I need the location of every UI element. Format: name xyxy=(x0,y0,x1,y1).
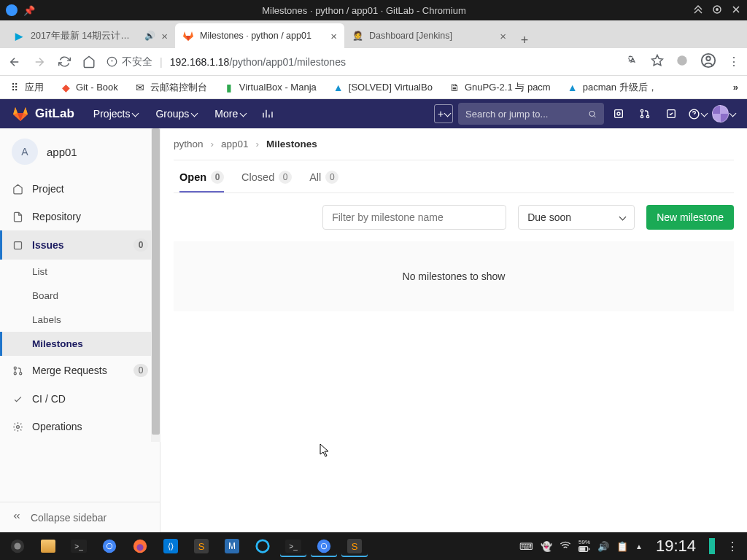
new-milestone-button[interactable]: New milestone xyxy=(646,205,734,230)
window-close-icon[interactable] xyxy=(731,4,741,17)
nav-issues-icon[interactable] xyxy=(607,99,630,128)
bookmark-item[interactable]: ✉云邮箱控制台 xyxy=(134,81,207,94)
tab-all[interactable]: All 0 xyxy=(309,171,338,192)
tab-label: All xyxy=(309,171,321,183)
filter-input[interactable] xyxy=(322,205,506,230)
tab-open[interactable]: Open 0 xyxy=(179,171,224,192)
tab-closed[interactable]: Closed 0 xyxy=(241,171,292,192)
sidebar-item-project[interactable]: Project xyxy=(0,175,160,203)
tray-battery-icon[interactable]: 59% xyxy=(578,540,590,553)
sidebar-item-repository[interactable]: Repository xyxy=(0,203,160,230)
bookmark-item[interactable]: ▲[SOLVED] VirtualBo xyxy=(333,82,433,93)
task-sublime-running-icon[interactable]: S xyxy=(341,535,368,557)
nav-groups[interactable]: Groups xyxy=(148,108,204,120)
tray-volume-icon[interactable]: 🔊 xyxy=(597,541,609,552)
new-tab-button[interactable]: + xyxy=(514,33,535,48)
address-bar[interactable]: 不安全 | 192.168.1.18/python/app01/mileston… xyxy=(107,51,616,73)
tab-label: Closed xyxy=(241,171,274,183)
app-launcher-icon[interactable] xyxy=(4,535,31,557)
browser-tab[interactable]: Milestones · python / app01 × xyxy=(175,23,344,48)
browser-tab[interactable]: 🤵 Dashboard [Jenkins] × xyxy=(344,23,514,48)
sidebar-sub-milestones[interactable]: Milestones xyxy=(0,332,160,356)
global-search[interactable] xyxy=(458,103,604,125)
tab-close-icon[interactable]: × xyxy=(500,30,506,42)
window-minimize-icon[interactable] xyxy=(693,4,703,17)
sidebar-scrollbar[interactable] xyxy=(151,128,160,442)
collapse-sidebar-button[interactable]: Collapse sidebar xyxy=(0,502,160,532)
sort-dropdown[interactable]: Due soon xyxy=(518,205,635,230)
nav-user-avatar[interactable] xyxy=(712,99,735,128)
task-vscode-icon[interactable]: ⟨⟩ xyxy=(158,535,184,557)
url-path: /python/app01/milestones xyxy=(229,56,346,68)
search-input[interactable] xyxy=(465,109,588,120)
audio-icon[interactable]: 🔊 xyxy=(144,31,155,41)
milestone-tabs: Open 0 Closed 0 All 0 xyxy=(174,160,734,193)
tab-close-icon[interactable]: × xyxy=(330,30,337,42)
reload-button[interactable] xyxy=(57,55,71,69)
browser-toolbar: 不安全 | 192.168.1.18/python/app01/mileston… xyxy=(0,48,747,76)
task-app-icon[interactable] xyxy=(249,535,276,557)
nav-merge-requests-icon[interactable] xyxy=(633,99,657,128)
arch-icon: ▲ xyxy=(567,82,578,93)
tab-close-icon[interactable]: × xyxy=(161,30,168,42)
sidebar-item-label: Operations xyxy=(32,421,82,432)
sidebar-item-cicd[interactable]: CI / CD xyxy=(0,385,160,413)
breadcrumb-sep-icon: › xyxy=(211,139,214,149)
task-terminal-icon[interactable]: >_ xyxy=(66,535,92,557)
breadcrumb-link[interactable]: python xyxy=(174,139,204,149)
bookmark-apps[interactable]: ⠿应用 xyxy=(9,81,44,94)
os-taskbar: >_ ⟨⟩ S M >_ S ⌨ 👻 59% 🔊 📋 ▲ 19:14 ⋮ xyxy=(0,532,747,560)
browser-menu-icon[interactable]: ⋮ xyxy=(728,55,740,69)
tray-clock[interactable]: 19:14 xyxy=(650,537,702,556)
bookmark-star-icon[interactable] xyxy=(651,54,664,70)
pin-icon[interactable]: 📌 xyxy=(23,5,35,16)
tray-keyboard-icon[interactable]: ⌨ xyxy=(519,541,533,552)
tray-indicator[interactable] xyxy=(709,538,715,554)
task-files-icon[interactable] xyxy=(35,535,61,557)
nav-help-icon[interactable] xyxy=(686,99,709,128)
bookmark-item[interactable]: 🗎GnuPG-2.1 与 pacm xyxy=(449,81,551,94)
task-sublime-icon[interactable]: S xyxy=(188,535,214,557)
home-button[interactable] xyxy=(82,55,96,69)
bookmark-item[interactable]: ◆Git - Book xyxy=(60,82,118,93)
nav-more[interactable]: More xyxy=(207,108,253,120)
back-button[interactable] xyxy=(7,55,22,69)
sidebar-item-issues[interactable]: Issues 0 xyxy=(0,230,160,260)
gitlab-logo[interactable]: GitLab xyxy=(12,105,74,122)
task-firefox-icon[interactable] xyxy=(127,535,153,557)
bookmark-item[interactable]: ▮VirtualBox - Manja xyxy=(223,82,317,93)
task-chromium-running-icon[interactable] xyxy=(311,535,337,557)
sidebar-item-merge-requests[interactable]: Merge Requests 0 xyxy=(0,356,160,385)
bookmarks-overflow-icon[interactable]: » xyxy=(733,82,738,93)
empty-message: No milestones to show xyxy=(403,271,506,282)
sidebar-sub-list[interactable]: List xyxy=(0,260,160,284)
security-indicator[interactable]: 不安全 xyxy=(107,55,152,69)
file-icon xyxy=(12,211,23,222)
project-header[interactable]: A app01 xyxy=(0,128,160,175)
task-terminal-running-icon[interactable]: >_ xyxy=(280,535,306,557)
browser-tab-strip: ▶ 2017年最新 14期云计算与 🔊 × Milestones · pytho… xyxy=(0,20,747,48)
tray-ghost-icon[interactable]: 👻 xyxy=(541,541,552,552)
sidebar-sub-board[interactable]: Board xyxy=(0,284,160,308)
globe-icon[interactable] xyxy=(676,54,689,70)
task-chromium-icon[interactable] xyxy=(96,535,123,557)
nav-new-dropdown[interactable]: + xyxy=(432,99,455,128)
tray-wifi-icon[interactable] xyxy=(560,540,571,553)
tray-clipboard-icon[interactable]: 📋 xyxy=(616,541,628,552)
sidebar-sub-labels[interactable]: Labels xyxy=(0,308,160,332)
nav-projects[interactable]: Projects xyxy=(86,108,146,120)
nav-activity-icon[interactable] xyxy=(256,99,279,128)
tray-expand-icon[interactable]: ▲ xyxy=(635,542,643,551)
task-app-icon[interactable]: M xyxy=(219,535,245,557)
window-maximize-icon[interactable] xyxy=(712,4,722,17)
browser-tab[interactable]: ▶ 2017年最新 14期云计算与 🔊 × xyxy=(6,23,175,48)
bookmark-item[interactable]: ▲pacman 升级后， xyxy=(567,81,657,94)
tray-menu-icon[interactable]: ⋮ xyxy=(722,540,743,553)
sidebar-item-label: Issues xyxy=(32,239,64,251)
svg-point-13 xyxy=(640,115,643,117)
breadcrumb-link[interactable]: app01 xyxy=(221,139,249,149)
sidebar-item-operations[interactable]: Operations xyxy=(0,413,160,440)
translate-icon[interactable] xyxy=(627,54,639,69)
profile-icon[interactable] xyxy=(700,52,716,71)
nav-todos-icon[interactable] xyxy=(659,99,683,128)
